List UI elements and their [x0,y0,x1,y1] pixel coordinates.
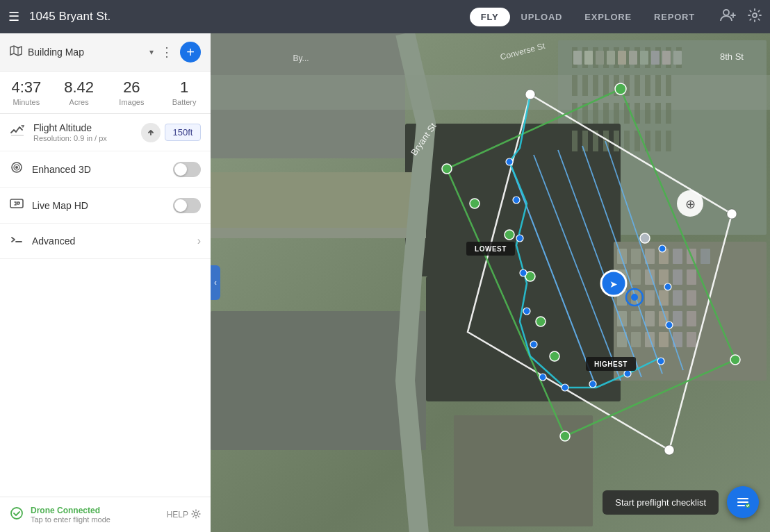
svg-rect-49 [666,103,671,124]
svg-rect-30 [572,75,578,96]
help-button[interactable]: HELP [167,509,201,521]
svg-rect-76 [701,249,710,264]
svg-point-113 [730,355,740,365]
drone-status-title: Drone Connected [31,506,167,515]
enhanced-3d-row: Enhanced 3D [0,151,211,188]
flight-altitude-icon [10,124,25,140]
svg-point-127 [562,384,568,391]
tab-fly[interactable]: FLY [470,8,510,26]
svg-rect-33 [603,75,609,96]
tab-report[interactable]: REPORT [643,8,706,26]
svg-rect-48 [655,103,661,124]
svg-point-116 [505,230,514,240]
main-content: Building Map ▾ ⋮ + 4:37 Minutes 8.42 Acr… [0,33,770,532]
map-title-label: Building Map [28,47,149,58]
svg-point-131 [666,322,673,329]
sidebar: Building Map ▾ ⋮ + 4:37 Minutes 8.42 Acr… [0,33,211,532]
sidebar-collapse-handle[interactable]: ‹ [211,265,220,300]
stat-images-value: 26 [106,78,158,97]
svg-rect-15 [454,415,593,526]
stat-battery: 1 Battery [158,78,211,106]
svg-rect-14 [211,311,426,450]
svg-point-129 [624,370,631,377]
svg-point-109 [727,209,737,219]
map-icon [10,44,22,60]
svg-rect-85 [645,290,655,306]
add-map-button[interactable]: + [180,42,201,63]
stat-battery-value: 1 [158,78,211,97]
advanced-row[interactable]: Advanced › [0,224,211,259]
live-map-hd-icon [10,197,24,213]
stat-acres-value: 8.42 [53,78,106,97]
svg-point-124 [523,308,530,315]
map-dropdown-arrow[interactable]: ▾ [149,47,154,57]
svg-rect-74 [673,249,682,264]
svg-point-125 [530,341,537,348]
map-area[interactable]: ⊕ ➤ LOWEST HIGHEST Bryant St Converse St… [211,33,770,532]
svg-rect-93 [673,311,682,326]
svg-point-110 [664,445,674,455]
svg-rect-91 [645,311,655,326]
svg-rect-50 [572,131,578,151]
map-more-button[interactable]: ⋮ [161,44,173,60]
svg-rect-47 [645,103,650,124]
svg-point-120 [506,158,513,165]
stat-images-label: Images [106,98,158,106]
svg-rect-44 [614,103,619,124]
svg-rect-80 [659,269,669,285]
tab-upload[interactable]: UPLOAD [510,8,574,26]
svg-text:➤: ➤ [609,279,618,290]
svg-rect-78 [631,269,641,285]
svg-point-126 [539,374,546,381]
page-title: 1045 Bryant St. [29,10,470,24]
stat-acres: 8.42 Acres [53,78,106,106]
svg-rect-38 [655,75,661,96]
svg-rect-31 [582,75,588,96]
flight-altitude-subtitle: Resolution: 0.9 in / px [33,134,141,142]
svg-point-119 [550,351,559,361]
svg-point-112 [615,83,626,94]
svg-text:8th St: 8th St [720,51,744,62]
svg-rect-98 [659,332,669,347]
svg-point-1 [753,13,757,17]
svg-point-128 [589,381,596,388]
checklist-action-button[interactable] [727,486,759,518]
svg-point-108 [525,90,535,99]
flight-altitude-text: Flight Altitude Resolution: 0.9 in / px [33,122,141,142]
svg-rect-5 [10,199,23,208]
svg-text:⊕: ⊕ [685,197,696,211]
svg-rect-12 [211,172,412,228]
nav-action-icons [720,8,762,26]
svg-point-136 [631,294,638,301]
svg-rect-63 [607,51,615,65]
svg-point-6 [11,508,22,519]
enhanced-3d-toggle[interactable] [173,162,201,177]
stats-row: 4:37 Minutes 8.42 Acres 26 Images 1 Batt… [0,72,211,114]
advanced-label: Advanced [32,235,197,247]
help-gear-icon [191,509,201,521]
altitude-up-button[interactable] [141,123,161,142]
svg-point-118 [536,317,546,326]
svg-point-4 [15,166,18,169]
add-person-icon[interactable] [720,8,737,26]
preflight-checklist-button[interactable]: Start preflight checklist [603,490,719,515]
svg-rect-42 [593,103,598,124]
drone-status-subtitle: Tap to enter flight mode [31,515,167,524]
settings-icon[interactable] [748,8,762,26]
stat-battery-label: Battery [158,98,211,106]
svg-rect-54 [614,131,619,151]
svg-rect-55 [624,131,630,151]
tab-explore[interactable]: EXPLORE [573,8,643,26]
svg-point-123 [520,269,527,276]
top-navigation: ☰ 1045 Bryant St. FLY UPLOAD EXPLORE REP… [0,0,770,33]
svg-rect-43 [603,103,609,124]
svg-rect-65 [629,51,637,65]
svg-rect-32 [593,75,598,96]
live-map-hd-toggle[interactable] [173,198,201,213]
flight-altitude-title: Flight Altitude [33,122,141,133]
svg-rect-87 [673,290,682,306]
svg-rect-71 [631,249,641,264]
drone-status-text: Drone Connected Tap to enter flight mode [31,506,167,524]
drone-connected-icon [10,506,24,524]
hamburger-menu[interactable]: ☰ [8,9,19,24]
